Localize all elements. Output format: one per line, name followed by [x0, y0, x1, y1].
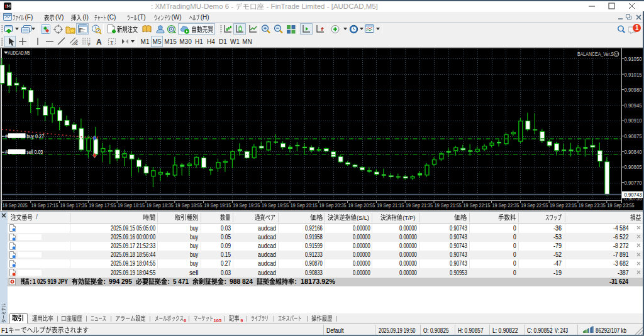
svg-text:19 Sep 18:35: 19 Sep 18:35: [147, 202, 174, 209]
svg-text:19 Sep 22:35: 19 Sep 22:35: [492, 202, 519, 209]
svg-text:0.91015: 0.91015: [625, 71, 642, 78]
svg-text:0.91050: 0.91050: [625, 55, 642, 62]
svg-text:19 Sep 22:15: 19 Sep 22:15: [464, 202, 491, 209]
svg-text:19 Sep 20:55: 19 Sep 20:55: [348, 202, 375, 209]
svg-text:19 Sep 2025: 19 Sep 2025: [3, 202, 28, 209]
svg-text:19 Sep 18:15: 19 Sep 18:15: [118, 202, 145, 209]
svg-text:0.90743: 0.90743: [625, 191, 642, 198]
svg-text:19 Sep 17:55: 19 Sep 17:55: [89, 202, 116, 209]
svg-text:AUDCAD,M5: AUDCAD,M5: [8, 49, 30, 56]
svg-text:19 Sep 20:15: 19 Sep 20:15: [291, 202, 318, 209]
svg-text:BALANCEA_Ver.S: BALANCEA_Ver.S: [577, 50, 614, 57]
svg-text:19 Sep 21:35: 19 Sep 21:35: [406, 202, 433, 209]
svg-text:19 Sep 17:35: 19 Sep 17:35: [60, 202, 87, 209]
svg-text:19 Sep 21:15: 19 Sep 21:15: [377, 202, 404, 209]
svg-text:19 Sep 19:15: 19 Sep 19:15: [204, 202, 231, 209]
svg-text:E: E: [75, 42, 78, 46]
svg-text:19 Sep 19:55: 19 Sep 19:55: [262, 202, 289, 209]
svg-text:19 Sep 17:15: 19 Sep 17:15: [31, 202, 58, 209]
svg-text:0.90770: 0.90770: [625, 179, 642, 186]
svg-text:19 Sep 20:35: 19 Sep 20:35: [319, 202, 347, 209]
svg-text:19 Sep 23:55: 19 Sep 23:55: [608, 202, 635, 209]
svg-text:0.90840: 0.90840: [625, 148, 642, 155]
svg-text:19 Sep 23:35: 19 Sep 23:35: [579, 202, 606, 209]
svg-text:19 Sep 23:15: 19 Sep 23:15: [550, 202, 577, 209]
svg-text:0.90910: 0.90910: [625, 117, 642, 124]
svg-text:T: T: [110, 40, 114, 46]
svg-text:0.90945: 0.90945: [625, 102, 642, 109]
svg-text:19 Sep 21:55: 19 Sep 21:55: [435, 202, 462, 209]
svg-text:0.90875: 0.90875: [625, 133, 642, 139]
svg-text:0.90805: 0.90805: [625, 163, 642, 170]
svg-text:19 Sep 19:35: 19 Sep 19:35: [233, 202, 260, 209]
svg-text:F: F: [88, 43, 91, 46]
svg-text:buy 0.27: buy 0.27: [26, 133, 44, 139]
svg-text:19 Sep 22:55: 19 Sep 22:55: [521, 202, 548, 209]
svg-text:0.90980: 0.90980: [625, 86, 642, 93]
svg-text:sell 0.03: sell 0.03: [26, 148, 43, 155]
svg-text:19 Sep 18:55: 19 Sep 18:55: [175, 202, 203, 209]
